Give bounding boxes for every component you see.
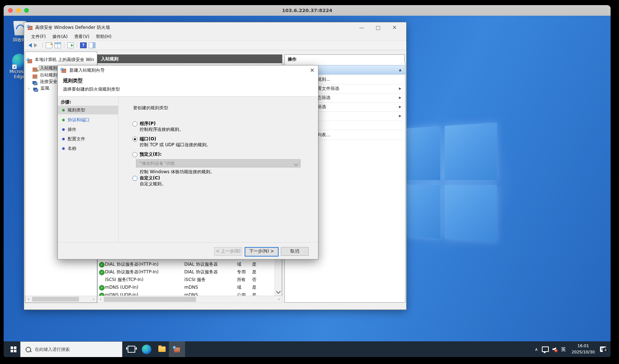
steps-label: 步骤:	[61, 99, 71, 105]
action-center-button[interactable]: 4	[597, 341, 608, 357]
tree-root[interactable]: 本地计算机 上的高级安全 Win	[25, 56, 97, 63]
tree-hscrollbar[interactable]: ‹ ›	[25, 296, 97, 303]
enabled-check-icon	[99, 270, 105, 275]
menu-action[interactable]: 操作(A)	[49, 33, 71, 41]
windows-desktop: 回收站 Microsoft Edge 高级安全 Windows Defender…	[4, 16, 611, 357]
mac-zoom-icon[interactable]	[24, 8, 29, 13]
collapse-icon[interactable]: ▲	[399, 65, 401, 74]
volume-status[interactable]: ×	[550, 341, 559, 357]
file-explorer-button[interactable]	[156, 341, 168, 357]
taskbar-search[interactable]: 在此键入进行搜索	[20, 341, 122, 357]
menu-bar: 文件(F) 操作(A) 查看(V) 帮助(H)	[24, 33, 406, 41]
wizard-close-icon[interactable]: ×	[310, 65, 314, 75]
console-tree-icon[interactable]	[54, 42, 61, 48]
firewall-titlebar[interactable]: 高级安全 Windows Defender 防火墙 — □ ×	[24, 22, 406, 33]
notification-badge: 4	[603, 347, 609, 353]
folder-icon	[158, 346, 166, 352]
window-title: 高级安全 Windows Defender 防火墙	[35, 22, 110, 33]
firewall-app-button[interactable]	[169, 341, 185, 357]
mute-x-icon: ×	[554, 349, 558, 352]
menu-view[interactable]: 查看(V)	[71, 33, 93, 41]
remote-desktop-window: 103.6.220.37:8224 回收站 Microsoft Edge	[4, 5, 611, 357]
radio-predefined[interactable]	[132, 152, 137, 157]
task-view-button[interactable]	[125, 341, 137, 357]
button-separator	[58, 242, 318, 243]
table-row[interactable]: mDNS (UDP-In) mDNS 域 是	[98, 284, 274, 291]
step-name[interactable]: 名称	[58, 144, 118, 153]
help-icon[interactable]: ?	[80, 42, 87, 48]
tray-expand-button[interactable]: ∧	[532, 341, 541, 357]
menu-file[interactable]: 文件(F)	[28, 33, 49, 41]
remote-address-title: 103.6.220.37:8224	[4, 5, 611, 16]
submenu-arrow-icon: ▶	[399, 103, 401, 111]
firewall-app-icon	[28, 26, 33, 30]
search-placeholder: 在此键入进行搜索	[35, 346, 70, 353]
radio-port[interactable]	[132, 137, 137, 142]
table-row[interactable]: iSCSI 服务(TCP-In) iSCSI 服务 所有 否	[98, 276, 274, 284]
scroll-down-icon[interactable]	[276, 289, 281, 294]
next-button[interactable]: 下一步(N) >	[245, 247, 279, 257]
table-row[interactable]: DIAL 协议服务器(HTTP-In) DIAL 协议服务器 域 是	[98, 261, 274, 268]
list-hscrollbar[interactable]: ‹ ›	[97, 296, 282, 303]
list-title-bar: 入站规则	[97, 54, 282, 63]
monitoring-icon	[33, 88, 38, 92]
chevron-up-icon: ∧	[535, 347, 538, 352]
table-row[interactable]: DIAL 协议服务器(HTTP-In) DIAL 协议服务器 专用 是	[98, 268, 274, 276]
predefined-dropdown[interactable]: “播放到设备”功能	[136, 159, 301, 167]
forward-icon[interactable]	[34, 43, 39, 48]
taskbar-edge-button[interactable]	[140, 341, 153, 357]
wizard-title: 新建入站规则向导	[69, 65, 105, 75]
search-icon	[26, 347, 31, 352]
mac-close-icon[interactable]	[8, 8, 13, 13]
wizard-heading: 规则类型	[63, 77, 83, 84]
wizard-subheading: 选择要创建的防火墙规则类型	[63, 86, 120, 92]
edge-icon	[142, 345, 151, 354]
enabled-check-icon	[99, 285, 105, 291]
ime-indicator[interactable]: 英	[559, 341, 568, 357]
time: 16:01	[569, 343, 597, 349]
content-label: 要创建的规则类型	[133, 105, 168, 111]
menu-help[interactable]: 帮助(H)	[93, 33, 114, 41]
expander-icon[interactable]: ›	[28, 85, 30, 92]
radio-custom[interactable]	[132, 176, 137, 181]
firewall-root-icon	[27, 59, 32, 63]
scrollbar-thumb[interactable]	[104, 297, 196, 302]
maximize-button[interactable]: □	[370, 22, 386, 33]
doc-arrow-icon[interactable]	[46, 42, 52, 48]
export-list-icon[interactable]	[67, 42, 74, 48]
windows-logo-wallpaper	[394, 122, 497, 242]
network-status[interactable]	[540, 341, 550, 357]
step-protocol-port[interactable]: 协议和端口	[58, 115, 118, 124]
cancel-button[interactable]: 取消	[281, 247, 309, 256]
windows-start-icon	[11, 346, 16, 352]
date: 2025/10/30	[569, 349, 597, 355]
submenu-arrow-icon: ▶	[399, 94, 401, 102]
submenu-arrow-icon: ▶	[399, 84, 401, 93]
action-pane-icon[interactable]	[89, 42, 95, 48]
enabled-check-icon	[99, 262, 105, 268]
back-icon[interactable]	[26, 43, 32, 48]
screen: 103.6.220.37:8224 回收站 Microsoft Edge	[0, 0, 619, 364]
toolbar: ?	[24, 41, 406, 50]
wizard-header: 规则类型 选择要创建的防火墙规则类型	[58, 75, 318, 96]
mac-minimize-icon[interactable]	[16, 8, 21, 13]
submenu-arrow-icon: ▶	[399, 112, 401, 120]
network-icon	[542, 346, 549, 352]
wizard-steps-pane: 步骤: 规则类型 协议和端口 操作 配置文件 名称	[58, 96, 118, 242]
scrollbar-thumb[interactable]	[32, 297, 79, 302]
minimize-button[interactable]: —	[354, 22, 370, 33]
close-button[interactable]: ×	[386, 22, 403, 33]
step-profile[interactable]: 配置文件	[58, 134, 118, 143]
taskbar: 在此键入进行搜索 ∧	[4, 341, 611, 357]
action-center-icon: 4	[600, 346, 606, 352]
chevron-down-icon	[294, 162, 298, 166]
macos-titlebar: 103.6.220.37:8224	[4, 5, 611, 16]
step-rule-type[interactable]: 规则类型	[58, 106, 118, 114]
start-button[interactable]	[7, 341, 20, 357]
inbound-rules-icon	[33, 68, 37, 72]
clock[interactable]: 16:01 2025/10/30	[569, 343, 597, 355]
step-action[interactable]: 操作	[58, 125, 118, 134]
back-button[interactable]: < 上一步(B)	[214, 247, 242, 256]
radio-program[interactable]	[132, 121, 137, 126]
wizard-titlebar[interactable]: 新建入站规则向导 ×	[58, 65, 318, 75]
